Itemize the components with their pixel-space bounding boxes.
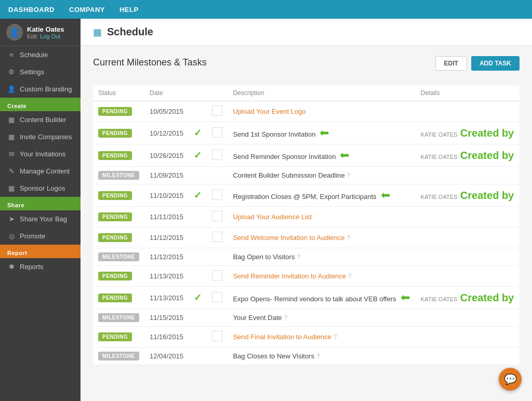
task-date: 11/12/2015 — [144, 248, 189, 266]
checkmark-icon: ✓ — [194, 128, 202, 138]
schedule-icon: ≡ — [7, 51, 16, 59]
checkbox-cell — [207, 101, 228, 122]
task-date: 10/05/2015 — [144, 101, 189, 122]
status-badge: PENDING — [98, 191, 132, 200]
arrow-icon: ⬅ — [320, 126, 329, 140]
page-header: ▦ Schedule — [81, 19, 532, 46]
sidebar-item-label: Reports — [20, 263, 44, 271]
task-checkbox[interactable] — [212, 331, 222, 341]
sidebar-item-share-your-bag[interactable]: ➤ Share Your Bag — [0, 210, 81, 228]
sidebar-item-schedule[interactable]: ≡ Schedule — [0, 46, 81, 63]
chat-icon: 💬 — [504, 373, 517, 385]
checkbox-cell — [207, 144, 228, 167]
schedule-header-icon: ▦ — [93, 26, 102, 38]
check-cell — [189, 207, 207, 228]
sidebar-item-sponsor-logos[interactable]: ▦ Sponsor Logos — [0, 180, 81, 197]
edit-link[interactable]: Edit — [27, 33, 37, 39]
check-cell — [189, 101, 207, 122]
help-icon[interactable]: ? — [348, 273, 352, 280]
nav-help[interactable]: HELP — [119, 6, 139, 14]
task-details: KATIE OATES Created by — [416, 122, 520, 144]
sidebar-user: 👤 Katie Oates Edit Log Out — [0, 19, 81, 46]
checkbox-cell — [207, 347, 228, 365]
sidebar-item-label: Content Builder — [20, 116, 66, 124]
task-description: Upload Your Audience List — [228, 207, 415, 228]
sidebar-item-promote[interactable]: ◎ Promote — [0, 228, 81, 245]
share-icon: ➤ — [7, 215, 16, 223]
task-checkbox[interactable] — [212, 150, 222, 160]
branding-icon: 👤 — [7, 85, 16, 93]
checkbox-cell — [207, 228, 228, 248]
task-checkbox[interactable] — [212, 232, 222, 242]
create-section-header: Create — [0, 98, 81, 111]
details-text: KATIE OATES — [421, 131, 458, 138]
details-text: KATIE OATES — [421, 296, 458, 302]
table-row: PENDING11/10/2015✓Registration Closes @ … — [93, 184, 520, 207]
task-details — [416, 309, 520, 327]
task-description-link[interactable]: Upload Your Audience List — [233, 213, 312, 221]
task-checkbox[interactable] — [212, 270, 222, 280]
add-task-button[interactable]: ADD TASK — [471, 56, 520, 71]
status-badge: MILESTONE — [98, 352, 139, 360]
checkmark-icon: ✓ — [194, 190, 202, 200]
col-header-date: Date — [144, 85, 189, 101]
nav-dashboard[interactable]: DASHBOARD — [8, 6, 55, 14]
task-checkbox[interactable] — [212, 292, 222, 302]
tasks-table: Status Date Description Details PENDING1… — [93, 85, 520, 365]
help-icon[interactable]: ? — [347, 172, 351, 179]
sidebar-item-custom-branding[interactable]: 👤 Custom Branding — [0, 81, 81, 98]
sidebar-item-reports[interactable]: ✱ Reports — [0, 258, 81, 275]
help-icon[interactable]: ? — [297, 253, 300, 261]
check-cell — [189, 309, 207, 327]
sidebar-item-invite-companies[interactable]: ▦ Invite Companies — [0, 128, 81, 145]
logout-link[interactable]: Log Out — [40, 33, 60, 39]
task-description-link[interactable]: Send Welcome Invitation to Audience — [233, 234, 344, 242]
check-cell — [189, 248, 207, 266]
task-description-text: Registration Closes @ 5PM, Export Partic… — [233, 193, 376, 200]
sidebar: 👤 Katie Oates Edit Log Out ≡ Schedule ⚙ … — [0, 19, 81, 401]
arrow-icon: ⬅ — [381, 189, 390, 202]
sidebar-item-label: Custom Branding — [20, 85, 72, 93]
checkbox-cell — [207, 184, 228, 207]
task-description-link[interactable]: Upload Your Event Logo — [233, 108, 305, 115]
invitations-icon: ✉ — [7, 150, 16, 158]
task-checkbox[interactable] — [212, 190, 222, 200]
task-description: Send Final Invitation to Audience? — [228, 327, 415, 347]
help-icon[interactable]: ? — [347, 234, 351, 242]
status-badge: MILESTONE — [98, 171, 139, 180]
created-by-label: Created by — [457, 127, 514, 139]
task-description-link[interactable]: Send Final Invitation to Audience — [233, 333, 331, 341]
help-icon[interactable]: ? — [284, 314, 288, 322]
task-details: KATIE OATES Created by — [416, 184, 520, 207]
task-checkbox[interactable] — [212, 127, 222, 138]
task-description-text: Send Reminder Sponsor Invitation — [233, 153, 336, 161]
task-details — [416, 207, 520, 228]
sidebar-item-content-builder[interactable]: ▦ Content Builder — [0, 111, 81, 128]
edit-button[interactable]: EDIT — [435, 56, 467, 71]
task-checkbox[interactable] — [212, 211, 222, 221]
check-cell — [189, 228, 207, 248]
sidebar-item-label: Your Invitations — [20, 150, 65, 158]
sidebar-item-settings[interactable]: ⚙ Settings — [0, 63, 81, 81]
check-cell — [189, 266, 207, 287]
chat-bubble[interactable]: 💬 — [499, 368, 522, 391]
details-text: KATIE OATES — [421, 154, 458, 160]
content-body: Current Milestones & Tasks EDIT ADD TASK… — [81, 46, 532, 376]
task-details — [416, 228, 520, 248]
task-checkbox[interactable] — [212, 105, 222, 116]
promote-icon: ◎ — [7, 232, 16, 240]
help-icon[interactable]: ? — [334, 333, 337, 341]
nav-company[interactable]: COMPANY — [69, 6, 105, 14]
task-description-link[interactable]: Send Reminder Invitation to Audience — [233, 272, 346, 280]
task-date: 11/13/2015 — [144, 287, 189, 309]
task-description-text: Your Event Date — [233, 314, 282, 322]
check-cell: ✓ — [189, 122, 207, 144]
sidebar-item-your-invitations[interactable]: ✉ Your Invitations — [0, 145, 81, 163]
sidebar-item-manage-content[interactable]: ✎ Manage Content — [0, 163, 81, 180]
avatar: 👤 — [6, 24, 23, 41]
manage-icon: ✎ — [7, 167, 16, 175]
help-icon[interactable]: ? — [316, 353, 320, 360]
task-description: Bag Closes to New Visitors? — [228, 347, 415, 365]
task-date: 11/10/2015 — [144, 184, 189, 207]
task-description-text: Content Builder Submission Deadline — [233, 171, 344, 179]
